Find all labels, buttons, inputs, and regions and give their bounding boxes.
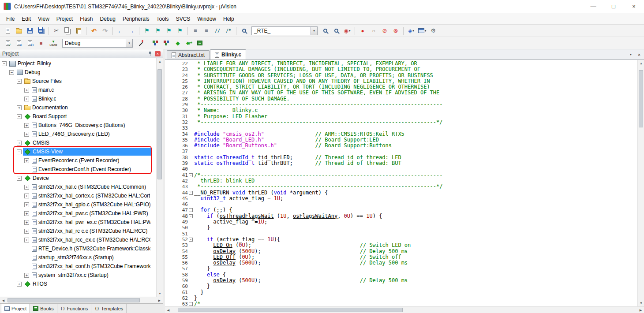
insert-breakpoint-button[interactable]: ● (357, 26, 368, 36)
panel-tab-templates[interactable]: {}Templates (91, 304, 127, 313)
fold-toggle[interactable]: - (189, 214, 193, 218)
tree-item[interactable]: +stm32f7xx_hal_gpio.c (STM32Cube HAL:GPI… (0, 200, 156, 209)
panel-tab-books[interactable]: Books (30, 304, 57, 313)
scroll-right-icon[interactable]: ▶ (156, 297, 163, 304)
tree-item[interactable]: −Debug (0, 68, 156, 77)
redo-button[interactable]: ↷ (100, 26, 110, 36)
tree-item[interactable]: RTE_Device.h (STM32Cube Framework:Classi… (0, 244, 156, 253)
expand-icon[interactable]: + (24, 238, 29, 242)
tree-item[interactable]: +Documentation (0, 103, 156, 112)
scrollbar-track[interactable] (638, 67, 644, 300)
tree-item[interactable]: +Blinky.c (0, 94, 156, 103)
chevron-down-icon[interactable]: ▾ (311, 27, 317, 35)
menu-help[interactable]: Help (220, 13, 238, 24)
navigate-forward-button[interactable]: → (126, 26, 137, 36)
menu-view[interactable]: View (34, 13, 53, 24)
scroll-thumb[interactable] (639, 70, 643, 127)
navigate-back-button[interactable]: ← (115, 26, 126, 36)
unindent-button[interactable]: ≡ (190, 26, 201, 36)
tree-item[interactable]: startup_stm32f746xx.s (Startup) (0, 253, 156, 262)
scroll-right-icon[interactable]: ▶ (637, 307, 644, 313)
uncomment-button[interactable]: /* (223, 26, 234, 36)
menu-edit[interactable]: Edit (18, 13, 34, 24)
project-tree-vscrollbar[interactable]: ▲ ▼ (156, 58, 163, 297)
tree-item[interactable]: stm32f7xx_hal_conf.h (STM32Cube Framewor… (0, 262, 156, 271)
menu-peripherals[interactable]: Peripherals (119, 13, 153, 24)
fold-toggle[interactable]: - (189, 208, 193, 212)
menu-debug[interactable]: Debug (97, 13, 119, 24)
target-select[interactable]: Debug▾ (62, 39, 133, 48)
scroll-down-icon[interactable]: ▼ (638, 300, 644, 306)
expand-icon[interactable]: + (24, 202, 29, 207)
menu-file[interactable]: File (3, 13, 18, 24)
stop-build-button[interactable]: ■ (36, 38, 46, 48)
scrollbar-track[interactable] (7, 297, 156, 303)
manage-project-items-button[interactable] (150, 38, 161, 48)
copy-button[interactable] (62, 26, 73, 36)
collapse-icon[interactable]: − (2, 61, 7, 66)
expand-icon[interactable]: + (24, 229, 29, 234)
translate-file-button[interactable] (3, 38, 13, 48)
enable-breakpoint-button[interactable]: ○ (368, 26, 379, 36)
scroll-up-icon[interactable]: ▲ (638, 60, 644, 67)
prev-bookmark-button[interactable]: ⚑ (153, 26, 163, 36)
tree-item[interactable]: −CMSIS-View (0, 147, 156, 156)
search-combobox[interactable]: _RTE_▾ (251, 26, 318, 35)
select-software-packs-button[interactable] (161, 38, 172, 48)
rebuild-all-button[interactable] (25, 38, 35, 48)
build-button[interactable] (14, 38, 24, 48)
fold-toggle[interactable]: - (189, 302, 193, 306)
tree-item[interactable]: +stm32f7xx_hal.c (STM32Cube HAL:Common) (0, 183, 156, 191)
save-all-button[interactable] (36, 26, 46, 36)
chevron-down-icon[interactable]: ▾ (126, 39, 132, 47)
download-button[interactable]: ▼LOAD (47, 38, 60, 48)
kill-all-breakpoints-button[interactable]: ⊗ (390, 26, 401, 36)
options-for-target-button[interactable] (135, 38, 146, 48)
tree-item[interactable]: −Device (0, 174, 156, 183)
new-file-button[interactable] (3, 26, 13, 36)
fold-toggle[interactable]: - (189, 238, 193, 242)
find-button[interactable] (320, 26, 330, 36)
tree-item[interactable]: −Board Support (0, 112, 156, 121)
expand-icon[interactable]: + (17, 105, 22, 110)
expand-icon[interactable]: + (24, 123, 29, 128)
panel-close-icon[interactable]: × (155, 51, 161, 56)
tree-item[interactable]: +stm32f7xx_hal_cortex.c (STM32Cube HAL:C… (0, 191, 156, 200)
tab-list-dropdown-icon[interactable]: ▾ (627, 51, 634, 58)
tree-item[interactable]: +main.c (0, 86, 156, 94)
expand-icon[interactable]: + (24, 132, 29, 137)
collapse-icon[interactable]: − (17, 149, 22, 154)
next-bookmark-button[interactable]: ⚑ (164, 26, 174, 36)
scroll-thumb[interactable] (157, 69, 162, 179)
scroll-down-icon[interactable]: ▼ (157, 290, 163, 297)
maximize-button[interactable]: □ (603, 0, 624, 13)
tree-item[interactable]: +EventRecorder.c (Event Recorder) (0, 156, 156, 165)
expand-icon[interactable]: + (24, 97, 29, 101)
scroll-left-icon[interactable]: ◀ (165, 307, 172, 313)
expand-icon[interactable]: + (24, 158, 29, 163)
tab-close-icon[interactable]: × (636, 51, 643, 58)
expand-icon[interactable]: + (17, 141, 22, 145)
pin-icon[interactable] (148, 51, 152, 56)
tree-item[interactable]: +Buttons_746G_Discovery.c (Buttons) (0, 121, 156, 130)
find-in-files-button[interactable] (239, 26, 249, 36)
minimize-button[interactable]: — (583, 0, 603, 13)
tree-item[interactable]: +stm32f7xx_hal_rcc_ex.c (STM32Cube HAL:R… (0, 235, 156, 244)
collapse-icon[interactable]: − (9, 70, 14, 75)
tree-item[interactable]: −Source Files (0, 77, 156, 86)
scroll-thumb[interactable] (178, 308, 403, 312)
tree-item[interactable]: +stm32f7xx_hal_pwr.c (STM32Cube HAL:PWR) (0, 209, 156, 218)
scroll-left-icon[interactable]: ◀ (0, 297, 7, 304)
configure-button[interactable]: ⚙ (428, 26, 438, 36)
indent-button[interactable]: ≡ (201, 26, 212, 36)
close-button[interactable]: × (624, 0, 644, 13)
panel-tab-project[interactable]: Project (1, 304, 30, 313)
expand-icon[interactable]: + (24, 194, 29, 198)
fold-toggle[interactable]: - (189, 173, 193, 177)
tab-blinky-c[interactable]: Blinky.c (210, 49, 246, 60)
tree-item[interactable]: +CMSIS (0, 138, 156, 147)
tree-item[interactable]: EventRecorderConf.h (Event Recorder) (0, 165, 156, 174)
comment-button[interactable]: // (212, 26, 223, 36)
expand-icon[interactable]: + (24, 220, 29, 225)
books-window-button[interactable] (195, 38, 205, 48)
